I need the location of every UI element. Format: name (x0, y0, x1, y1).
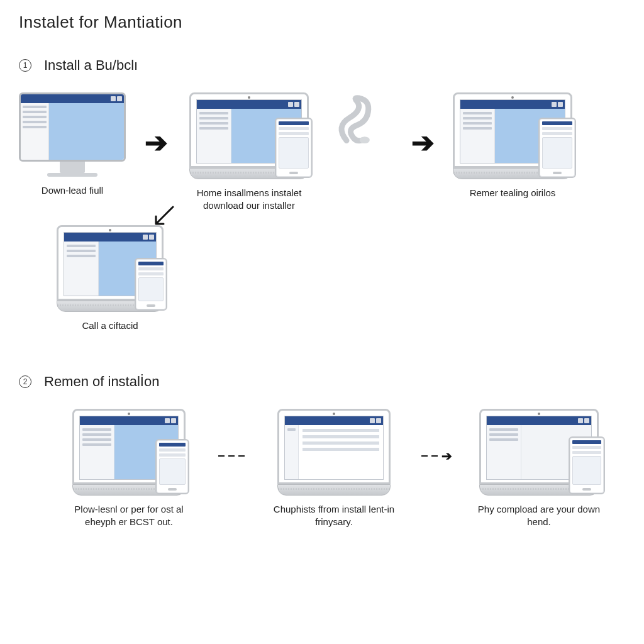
step-plow: Plow-lesnl or per for ost al eheyph er B… (57, 409, 201, 529)
step-caption: Home insallmens instalet download our in… (186, 187, 312, 213)
arrow-dashed-right-icon: ➔ (418, 409, 455, 503)
step-caption: Call a ciftacid (82, 319, 138, 332)
desktop-monitor-illustration (19, 92, 126, 177)
phone-illustration (155, 439, 189, 494)
phone-illustration (135, 258, 167, 311)
laptop-illustration (189, 92, 309, 179)
section-2-title: Remen of instalİon (44, 374, 159, 390)
laptop-illustration (72, 409, 186, 496)
laptop-illustration (479, 409, 599, 496)
webcam-icon (248, 96, 250, 99)
step-remote: Remer tealing oirilos (453, 92, 572, 199)
step-download: Down-lead fiull (19, 92, 126, 197)
cable-icon (330, 92, 386, 149)
section-2-header: 2 Remen of instalİon (19, 374, 625, 390)
section-1-row-2: Call a ciftacid (57, 225, 625, 332)
step-caption: Remer tealing oirilos (470, 187, 556, 199)
laptop-illustration (57, 225, 164, 312)
cable-illustration (323, 92, 392, 167)
section-1-title: Install a Bu/bclı (44, 57, 138, 74)
page-title: Instalet for Mantiation (19, 13, 625, 32)
section-2-row: Plow-lesnl or per for ost al eheyph er B… (57, 409, 625, 529)
window-titlebar (21, 94, 124, 103)
window-control-icon (111, 96, 116, 101)
step-number-icon: 1 (19, 59, 31, 72)
step-home-installer: Home insallmens instalet download our in… (186, 92, 312, 213)
step-chuphists: Chuphists ffrom install lent-in frinysar… (262, 409, 406, 529)
arrow-dashed-icon (213, 409, 250, 503)
laptop-illustration (453, 92, 572, 179)
arrow-right-icon: ➔ (404, 92, 441, 193)
phone-illustration (538, 118, 576, 178)
window-control-icon (117, 96, 122, 101)
step-caption: Plow-lesnl or per for ost al eheyph er B… (66, 503, 192, 529)
phone-illustration (569, 436, 605, 494)
phone-illustration (275, 118, 313, 178)
step-number-icon: 2 (19, 375, 31, 388)
step-caption: Phy compload are your down hend. (476, 503, 602, 529)
step-call: Call a ciftacid (57, 225, 164, 332)
step-compload: Phy compload are your down hend. (467, 409, 611, 529)
step-caption: Chuphists ffrom install lent-in frinysar… (271, 503, 397, 529)
section-1-row-1: Down-lead fiull ➔ Home insallmens instal… (19, 92, 625, 213)
laptop-illustration (277, 409, 391, 496)
step-caption: Down-lead fiull (42, 184, 103, 197)
svg-point-0 (360, 136, 370, 143)
section-1-header: 1 Install a Bu/bclı (19, 57, 625, 74)
arrow-right-icon: ➔ (137, 92, 175, 193)
